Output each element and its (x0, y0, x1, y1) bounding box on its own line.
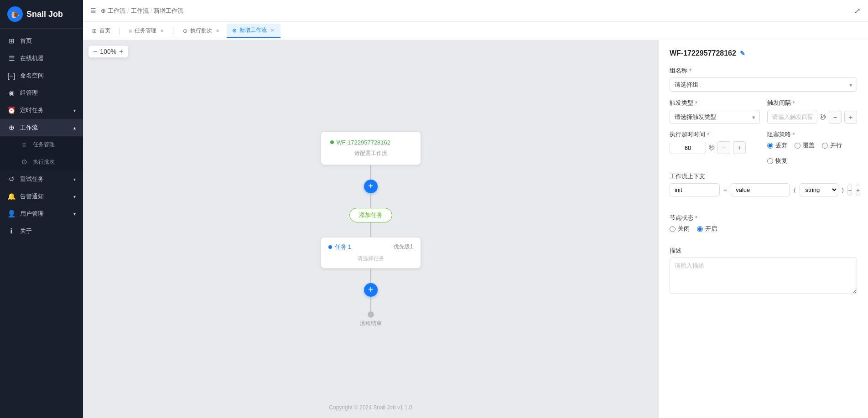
app-logo: 🐌 Snail Job (0, 0, 83, 29)
group-name-label: 组名称 * (670, 67, 857, 75)
group-icon: ◉ (7, 89, 16, 97)
status-off-label: 关闭 (678, 225, 690, 233)
sidebar-item-task-mgmt[interactable]: ≡ 任务管理 (0, 136, 83, 153)
batch-icon: ⊙ (20, 158, 28, 166)
status-on-label: 开启 (705, 225, 717, 233)
context-remove-button[interactable]: − (847, 185, 852, 196)
sidebar-item-exec-batch[interactable]: ⊙ 执行批次 (0, 153, 83, 170)
context-key-input[interactable] (670, 183, 720, 196)
flow-add-button-2[interactable]: + (364, 283, 378, 297)
canvas-area[interactable]: − 100% + WF-1722957728162 请配置工作流 + (83, 40, 658, 418)
node-status-off[interactable]: 关闭 (670, 225, 690, 233)
fullscreen-icon[interactable]: ⤢ (854, 6, 861, 16)
sidebar-item-label: 任务管理 (33, 141, 55, 149)
block-strategy-cover[interactable]: 覆盖 (795, 141, 815, 150)
workflow-icon: ⊕ (7, 124, 16, 132)
tab-workflow-icon: ⊕ (232, 27, 237, 34)
sidebar-item-alert-notify[interactable]: 🔔 告警通知 ▾ (0, 188, 83, 205)
sidebar-item-label: 组管理 (20, 89, 38, 97)
tab-task-icon: ≡ (129, 28, 132, 34)
exec-timeout-increment[interactable]: + (733, 141, 746, 154)
sidebar-item-label: 在线机器 (20, 54, 44, 62)
workflow-submenu: ≡ 任务管理 ⊙ 执行批次 (0, 136, 83, 170)
flow-task-node[interactable]: 任务 1 优先级1 请选择任务 (321, 237, 421, 268)
breadcrumb-workflow: 工作流 (108, 7, 125, 15)
clock-icon: ⏰ (7, 106, 16, 114)
required-mark: * (793, 100, 795, 107)
block-strategy-restore[interactable]: 恢复 (767, 157, 787, 165)
trigger-type-select[interactable]: 请选择触发类型 (670, 110, 760, 124)
required-mark: * (793, 131, 795, 138)
bell-icon: 🔔 (7, 192, 16, 201)
form-trigger-type: 触发类型 * 请选择触发类型 (670, 99, 760, 124)
tab-task-mgmt[interactable]: ≡ 任务管理 ✕ (123, 24, 170, 37)
sidebar-item-scheduled-tasks[interactable]: ⏰ 定时任务 ▾ (0, 102, 83, 119)
description-textarea[interactable] (670, 258, 857, 294)
description-label: 描述 (670, 247, 857, 255)
sidebar-item-label: 命名空间 (20, 72, 44, 80)
panel-title: WF-1722957728162 ✎ (670, 49, 857, 57)
flow-add-button-1[interactable]: + (364, 180, 378, 193)
sidebar-item-workflow[interactable]: ⊕ 工作流 ▴ (0, 119, 83, 136)
trigger-interval-decrement[interactable]: − (829, 111, 842, 124)
flow-start-node[interactable]: WF-1722957728162 请配置工作流 (321, 131, 421, 165)
tab-home-icon: ⊞ (92, 28, 97, 34)
tab-new-workflow[interactable]: ⊕ 新增工作流 ✕ (227, 24, 281, 38)
chevron-down-icon: ▾ (73, 212, 76, 217)
sidebar-item-label: 重试任务 (20, 175, 44, 183)
retry-icon: ↺ (7, 175, 16, 183)
tab-exec-batch[interactable]: ⊙ 执行批次 ✕ (177, 24, 226, 37)
zoom-out-button[interactable]: − (93, 47, 97, 56)
flow-add-task-button[interactable]: 添加任务 (349, 208, 392, 222)
sidebar-item-label: 关于 (20, 227, 32, 235)
context-paren-left: ( (794, 186, 795, 193)
exec-timeout-unit: 秒 (709, 144, 715, 152)
canvas-toolbar: − 100% + (88, 46, 128, 57)
sidebar-item-retry-tasks[interactable]: ↺ 重试任务 ▾ (0, 170, 83, 188)
trigger-interval-input-row: 秒 − + (767, 110, 858, 124)
context-type-select[interactable]: string number boolean (800, 183, 838, 196)
form-trigger-interval: 触发间隔 * 秒 − + (767, 99, 858, 124)
home-icon: ⊞ (7, 37, 16, 45)
right-panel: WF-1722957728162 ✎ 组名称 * 请选择组 (658, 40, 868, 418)
zoom-in-button[interactable]: + (119, 47, 123, 56)
sidebar-item-label: 首页 (20, 37, 32, 45)
group-name-select[interactable]: 请选择组 (670, 77, 857, 92)
flow-task-priority: 优先级1 (394, 243, 413, 251)
sidebar-item-about[interactable]: ℹ 关于 (0, 222, 83, 240)
add-task-label: 添加任务 (359, 212, 383, 218)
sidebar-item-label: 告警通知 (20, 192, 44, 201)
sidebar-item-group-mgmt[interactable]: ◉ 组管理 (0, 84, 83, 102)
context-add-button[interactable]: + (856, 185, 860, 196)
exec-timeout-input[interactable] (670, 142, 706, 154)
tab-close-icon[interactable]: ✕ (159, 27, 165, 34)
exec-timeout-decrement[interactable]: − (717, 141, 730, 154)
tab-home[interactable]: ⊞ 首页 (87, 24, 116, 37)
sidebar-item-namespace[interactable]: [=] 命名空间 (0, 67, 83, 84)
tab-batch-icon: ⊙ (183, 28, 187, 34)
sidebar-item-home[interactable]: ⊞ 首页 (0, 32, 83, 50)
flow-end-dot (368, 311, 374, 318)
tab-close-icon[interactable]: ✕ (270, 27, 275, 34)
context-paren-right: ) (842, 186, 844, 193)
sidebar-item-label: 定时任务 (20, 106, 44, 114)
breadcrumb-sep1: / (127, 7, 129, 14)
block-strategy-label: 阻塞策略 * (767, 130, 858, 139)
tab-batch-label: 执行批次 (190, 27, 212, 35)
restore-label: 恢复 (775, 157, 787, 165)
block-strategy-parallel[interactable]: 并行 (822, 141, 842, 150)
block-strategy-discard[interactable]: 丢弃 (767, 141, 787, 150)
tab-close-icon[interactable]: ✕ (215, 27, 220, 34)
sidebar-item-online-machines[interactable]: ☰ 在线机器 (0, 50, 83, 67)
sidebar-item-user-mgmt[interactable]: 👤 用户管理 ▾ (0, 205, 83, 222)
flow-connector-4 (370, 268, 371, 283)
panel-edit-icon[interactable]: ✎ (740, 50, 745, 57)
panel-title-text: WF-1722957728162 (670, 49, 736, 57)
trigger-type-label: 触发类型 * (670, 99, 760, 107)
trigger-interval-unit: 秒 (820, 113, 826, 121)
trigger-interval-input[interactable] (767, 110, 818, 124)
node-status-on[interactable]: 开启 (697, 225, 717, 233)
context-value-input[interactable] (731, 183, 790, 196)
trigger-interval-increment[interactable]: + (844, 111, 857, 124)
menu-toggle-icon[interactable]: ☰ (90, 7, 96, 15)
